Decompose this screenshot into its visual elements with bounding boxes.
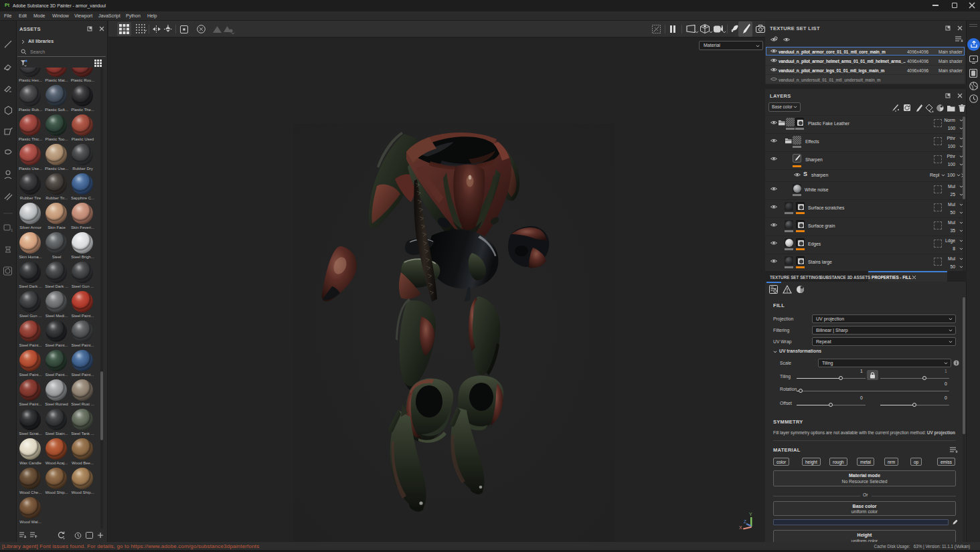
svg-text:1: 1 <box>11 228 13 232</box>
svg-text:Y: Y <box>749 512 752 517</box>
svg-text:X: X <box>739 525 742 530</box>
svg-text:Z: Z <box>744 519 746 524</box>
